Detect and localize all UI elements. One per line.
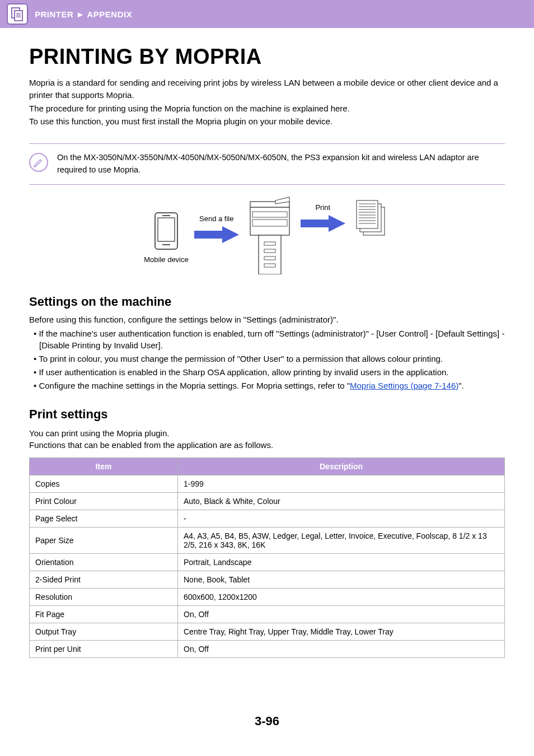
svg-marker-20 — [301, 215, 345, 232]
table-row: 2-Sided PrintNone, Book, Tablet — [30, 571, 505, 589]
svg-rect-9 — [162, 244, 170, 245]
mobile-device-label: Mobile device — [144, 255, 189, 264]
svg-rect-14 — [252, 220, 287, 226]
cell-description: On, Off — [178, 606, 505, 623]
pencil-icon — [29, 153, 48, 172]
bullet-item: If the machine's user authentication fun… — [34, 328, 505, 352]
cell-item: Print Colour — [30, 493, 178, 510]
mobile-device-icon — [152, 210, 180, 252]
intro-p2: The procedure for printing using the Mop… — [29, 102, 505, 115]
workflow-diagram: Mobile device Send a file Pr — [29, 196, 505, 278]
mopria-settings-link[interactable]: Mopria Settings (page 7-146) — [350, 381, 458, 390]
arrow-right-icon — [301, 215, 345, 232]
breadcrumb-separator: ► — [76, 10, 85, 19]
table-row: Fit PageOn, Off — [30, 606, 505, 623]
note-text: On the MX-3050N/MX-3550N/MX-4050N/MX-505… — [57, 152, 505, 176]
note-box: On the MX-3050N/MX-3550N/MX-4050N/MX-505… — [29, 143, 505, 185]
print-settings-intro: You can print using the Mopria plugin. F… — [29, 427, 505, 451]
page-number: 3-96 — [29, 714, 505, 745]
table-row: Print per UnitOn, Off — [30, 641, 505, 658]
svg-line-5 — [35, 165, 36, 166]
table-row: Output TrayCentre Tray, Right Tray, Uppe… — [30, 623, 505, 641]
cell-description: - — [178, 510, 505, 528]
cell-description: 600x600, 1200x1200 — [178, 589, 505, 606]
arrow-print-label: Print — [315, 203, 330, 212]
svg-rect-15 — [259, 235, 281, 274]
svg-rect-19 — [264, 264, 275, 267]
cell-item: Print per Unit — [30, 641, 178, 658]
table-row: Paper SizeA4, A3, A5, B4, B5, A3W, Ledge… — [30, 528, 505, 554]
table-row: Copies1-999 — [30, 475, 505, 493]
page-title: PRINTING BY MOPRIA — [29, 45, 505, 69]
cell-description: Centre Tray, Right Tray, Upper Tray, Mid… — [178, 623, 505, 641]
header-bar: PRINTER ► APPENDIX — [0, 0, 534, 28]
cell-item: Resolution — [30, 589, 178, 606]
svg-rect-13 — [252, 212, 287, 217]
bullet-item: Configure the machine settings in the Mo… — [34, 380, 505, 392]
svg-marker-10 — [194, 226, 239, 243]
table-row: Print ColourAuto, Black & White, Colour — [30, 493, 505, 510]
cell-description: 1-999 — [178, 475, 505, 493]
table-row: Resolution600x600, 1200x1200 — [30, 589, 505, 606]
col-description: Description — [178, 458, 505, 475]
table-row: Page Select- — [30, 510, 505, 528]
cell-description: Portrait, Landscape — [178, 554, 505, 571]
arrow-right-icon — [194, 226, 239, 243]
intro-p3: To use this function, you must first ins… — [29, 115, 505, 128]
bullet-item: If user authentication is enabled in the… — [34, 366, 505, 379]
col-item: Item — [30, 458, 178, 475]
cell-item: Page Select — [30, 510, 178, 528]
cell-description: On, Off — [178, 641, 505, 658]
svg-rect-23 — [357, 200, 378, 228]
svg-rect-18 — [264, 256, 275, 260]
settings-machine-intro: Before using this function, configure th… — [29, 315, 505, 324]
breadcrumb: PRINTER ► APPENDIX — [35, 10, 132, 19]
printer-section-icon — [7, 3, 28, 25]
document-stack-icon — [351, 196, 390, 241]
cell-description: None, Book, Tablet — [178, 571, 505, 589]
arrow-send-label: Send a file — [199, 214, 233, 223]
breadcrumb-page[interactable]: APPENDIX — [87, 10, 133, 19]
table-row: OrientationPortrait, Landscape — [30, 554, 505, 571]
settings-machine-bullets: If the machine's user authentication fun… — [29, 328, 505, 392]
cell-description: A4, A3, A5, B4, B5, A3W, Ledger, Legal, … — [178, 528, 505, 554]
cell-item: Copies — [30, 475, 178, 493]
cell-item: Fit Page — [30, 606, 178, 623]
breadcrumb-section[interactable]: PRINTER — [35, 10, 73, 19]
svg-rect-1 — [15, 11, 22, 21]
intro-text: Mopria is a standard for sending and rec… — [29, 77, 505, 128]
svg-rect-16 — [264, 242, 275, 245]
settings-machine-heading: Settings on the machine — [29, 295, 505, 309]
svg-rect-7 — [158, 218, 175, 241]
svg-rect-17 — [264, 249, 275, 253]
svg-rect-8 — [162, 215, 170, 216]
mfp-printer-icon — [245, 196, 295, 274]
cell-item: 2-Sided Print — [30, 571, 178, 589]
cell-item: Orientation — [30, 554, 178, 571]
cell-description: Auto, Black & White, Colour — [178, 493, 505, 510]
intro-p1: Mopria is a standard for sending and rec… — [29, 77, 505, 101]
print-settings-heading: Print settings — [29, 407, 505, 422]
cell-item: Output Tray — [30, 623, 178, 641]
bullet-item: To print in colour, you must change the … — [34, 353, 505, 365]
cell-item: Paper Size — [30, 528, 178, 554]
print-settings-table: Item Description Copies1-999Print Colour… — [29, 458, 505, 658]
